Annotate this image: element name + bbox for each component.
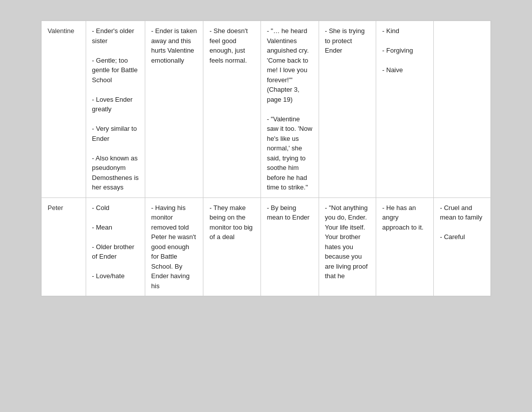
peter-col4-text: - By being mean to Ender (267, 204, 310, 222)
peter-col7-text: - Cruel and mean to family- Careful (440, 204, 482, 241)
valentine-col5-text: - She is trying to protect Ender (325, 27, 365, 54)
peter-col1-text: - Cold- Mean- Older brother of Ender- Lo… (92, 204, 135, 280)
main-table-container: Valentine - Ender's older sister- Gentle… (41, 20, 491, 297)
peter-col2-text: - Having his monitor removed told Peter … (151, 204, 196, 290)
row-label-peter: Peter (42, 197, 86, 296)
valentine-col2: - Ender is taken away and this hurts Val… (145, 21, 203, 198)
peter-col5: - "Not anything you do, Ender. Your life… (319, 197, 376, 296)
valentine-col3: - She doesn't feel good enough, just fee… (203, 21, 260, 198)
valentine-col1-text: - Ender's older sister- Gentle; too gent… (92, 27, 139, 191)
valentine-col6-text: - Kind- Forgiving- Naive (382, 27, 413, 74)
peter-col6-text: - He has an angry approach to it. (382, 204, 423, 231)
peter-col5-text: - "Not anything you do, Ender. Your life… (325, 204, 368, 280)
valentine-col3-text: - She doesn't feel good enough, just fee… (209, 27, 247, 64)
character-table: Valentine - Ender's older sister- Gentle… (41, 21, 491, 296)
row-label-valentine: Valentine (42, 21, 86, 198)
peter-col2: - Having his monitor removed told Peter … (145, 197, 203, 296)
peter-col7: - Cruel and mean to family- Careful (434, 197, 491, 296)
table-row: Valentine - Ender's older sister- Gentle… (42, 21, 491, 198)
peter-col3-text: - They make being on the monitor too big… (209, 204, 252, 241)
peter-col6: - He has an angry approach to it. (376, 197, 434, 296)
table-row: Peter - Cold- Mean- Older brother of End… (42, 197, 491, 296)
valentine-col7 (434, 21, 491, 198)
valentine-col1: - Ender's older sister- Gentle; too gent… (86, 21, 145, 198)
peter-col4: - By being mean to Ender (260, 197, 319, 296)
peter-col1: - Cold- Mean- Older brother of Ender- Lo… (86, 197, 145, 296)
valentine-col6: - Kind- Forgiving- Naive (376, 21, 434, 198)
peter-col3: - They make being on the monitor too big… (203, 197, 260, 296)
valentine-col2-text: - Ender is taken away and this hurts Val… (151, 27, 197, 64)
valentine-col4: - "… he heard Valentines anguished cry. … (260, 21, 319, 198)
valentine-col5: - She is trying to protect Ender (319, 21, 376, 198)
valentine-col4-text: - "… he heard Valentines anguished cry. … (267, 27, 313, 191)
